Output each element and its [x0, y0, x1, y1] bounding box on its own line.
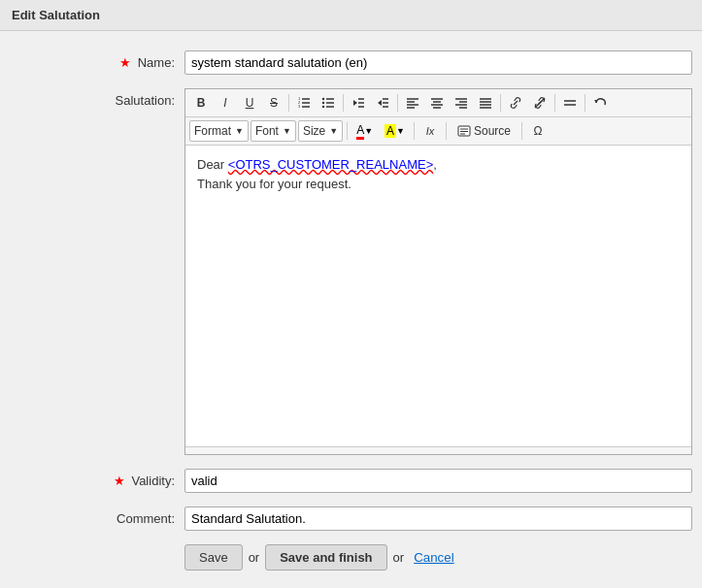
validity-required: ★	[114, 474, 125, 488]
clear-format-button[interactable]: Ix	[418, 120, 442, 142]
validity-row: ★ Validity:	[10, 469, 692, 493]
hr-button[interactable]	[558, 92, 582, 114]
name-row: ★ Name:	[10, 50, 692, 75]
salutation-label: Salutation:	[10, 88, 184, 108]
link-icon	[509, 96, 522, 110]
unlink-icon	[533, 96, 547, 110]
comment-row: Comment:	[10, 506, 692, 531]
toolbar-sep3	[397, 94, 398, 112]
align-right-button[interactable]	[450, 92, 473, 114]
font-color-button[interactable]: A ▼	[351, 120, 378, 142]
toolbar-sep5	[554, 94, 555, 112]
size-arrow-icon: ▼	[329, 126, 338, 136]
page-title: Edit Salutation	[0, 0, 702, 31]
toolbar-sep1	[288, 94, 289, 112]
source-page-icon	[457, 125, 471, 137]
actions-row: Save or Save and finish or Cancel	[184, 544, 692, 571]
salutation-row: Salutation: B I U S 1	[10, 88, 692, 455]
editor-line1: Dear <OTRS_CUSTOMER_REALNAME>,	[197, 155, 680, 175]
name-required: ★	[119, 55, 131, 70]
or-text-2: or	[393, 550, 405, 565]
rich-text-editor: B I U S 1 2 3	[184, 88, 692, 455]
undo-button[interactable]	[588, 92, 612, 114]
align-right-icon	[454, 96, 468, 110]
undo-icon	[593, 96, 607, 110]
font-select[interactable]: Font ▼	[251, 120, 296, 142]
toolbar-sep7	[347, 122, 348, 140]
or-text-1: or	[249, 550, 260, 565]
svg-marker-39	[594, 100, 598, 103]
editor-bottom-bar	[185, 446, 691, 454]
toolbar-sep9	[446, 122, 447, 140]
save-and-finish-button[interactable]: Save and finish	[265, 544, 386, 571]
bg-color-arrow: ▼	[396, 126, 405, 136]
validity-label: ★ Validity:	[10, 469, 184, 488]
align-left-button[interactable]	[401, 92, 424, 114]
comment-input[interactable]	[184, 506, 692, 531]
editor-container: B I U S 1 2 3	[184, 88, 692, 455]
name-field-container	[184, 50, 692, 75]
comment-label: Comment:	[10, 506, 184, 526]
indent-less-icon	[351, 96, 365, 110]
indent-less-button[interactable]	[347, 92, 370, 114]
align-left-icon	[406, 96, 419, 110]
format-arrow-icon: ▼	[235, 126, 244, 136]
omega-button[interactable]: Ω	[526, 120, 550, 142]
toolbar-sep4	[500, 94, 501, 112]
align-center-icon	[430, 96, 444, 110]
editor-body[interactable]: Dear <OTRS_CUSTOMER_REALNAME>, Thank you…	[185, 146, 691, 446]
save-button[interactable]: Save	[184, 544, 243, 571]
svg-point-7	[322, 102, 324, 104]
svg-marker-16	[378, 100, 382, 106]
validity-field-container	[184, 469, 692, 493]
link-button[interactable]	[504, 92, 527, 114]
unordered-list-icon	[321, 96, 335, 110]
bold-button[interactable]: B	[189, 92, 213, 114]
underline-button[interactable]: U	[238, 92, 261, 114]
name-input[interactable]	[184, 50, 692, 75]
strikethrough-button[interactable]: S	[262, 92, 285, 114]
font-arrow-icon: ▼	[283, 126, 291, 136]
bg-color-button[interactable]: A ▼	[380, 120, 410, 142]
indent-more-icon	[376, 96, 389, 110]
comment-field-container	[184, 506, 692, 531]
svg-marker-12	[353, 100, 357, 106]
align-center-button[interactable]	[425, 92, 449, 114]
format-select[interactable]: Format ▼	[189, 120, 249, 142]
source-button[interactable]: Source	[451, 120, 518, 142]
toolbar-sep8	[414, 122, 415, 140]
unordered-list-button[interactable]	[317, 92, 340, 114]
size-select[interactable]: Size ▼	[298, 120, 343, 142]
align-justify-button[interactable]	[474, 92, 497, 114]
italic-button[interactable]: I	[214, 92, 237, 114]
unlink-button[interactable]	[528, 92, 552, 114]
toolbar-sep6	[585, 94, 585, 112]
ordered-list-button[interactable]: 1 2 3	[292, 92, 316, 114]
svg-point-8	[322, 106, 324, 108]
toolbar-sep2	[343, 94, 344, 112]
indent-more-button[interactable]	[371, 92, 394, 114]
toolbar-row1: B I U S 1 2 3	[185, 89, 691, 117]
ordered-list-icon: 1 2 3	[297, 96, 311, 110]
validity-input[interactable]	[184, 469, 692, 493]
cancel-button[interactable]: Cancel	[410, 545, 458, 570]
font-color-arrow: ▼	[364, 126, 373, 136]
editor-line3: Thank you for your request.	[197, 175, 680, 194]
align-justify-icon	[479, 96, 492, 110]
otrs-customer-tag: <OTRS_CUSTOMER_REALNAME>	[228, 157, 433, 172]
svg-point-6	[322, 98, 324, 100]
toolbar-sep10	[521, 122, 522, 140]
hr-icon	[563, 96, 577, 110]
toolbar-row2: Format ▼ Font ▼ Size ▼ A ▼	[185, 117, 691, 146]
svg-text:3: 3	[298, 104, 301, 109]
name-label: ★ Name:	[10, 50, 184, 70]
